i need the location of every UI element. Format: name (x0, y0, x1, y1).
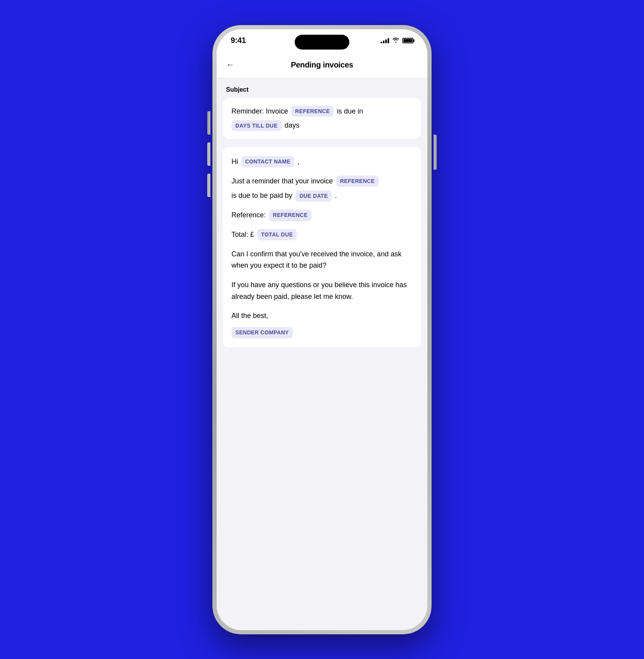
content-area: Subject Reminder: Invoice REFERENCE is d… (217, 78, 427, 630)
back-button[interactable]: ← (226, 60, 235, 70)
status-icons (381, 37, 413, 44)
subject-card: Reminder: Invoice REFERENCE is due in DA… (223, 98, 421, 139)
subject-reference-pill: REFERENCE (291, 106, 334, 117)
greeting-line: Hi CONTACT NAME , (231, 156, 413, 168)
greeting-comma: , (297, 156, 299, 168)
subject-text-middle: is due in (337, 106, 363, 117)
subject-label: Subject (217, 78, 427, 98)
reference-line: Reference: REFERENCE (231, 210, 413, 221)
total-line: Total: £ TOTAL DUE (231, 229, 413, 241)
dynamic-island (295, 35, 349, 50)
page-title: Pending invoices (291, 60, 353, 69)
body-reference-pill-2: REFERENCE (269, 210, 311, 221)
subject-text-before: Reminder: Invoice (231, 106, 288, 117)
status-time: 9:41 (231, 36, 246, 45)
battery-icon (402, 38, 413, 43)
para1-end: . (335, 190, 337, 202)
subject-text-after: days (285, 120, 299, 131)
para1-line: Just a reminder that your invoice REFERE… (231, 176, 413, 202)
body-card: Hi CONTACT NAME , Just a reminder that y… (223, 147, 421, 348)
phone-frame: 9:41 (213, 25, 431, 634)
sender-company-pill: SENDER COMPANY (231, 327, 293, 338)
sign-off: All the best, (231, 310, 413, 322)
status-bar: 9:41 (217, 29, 427, 52)
phone-screen: 9:41 (217, 29, 427, 630)
contact-name-pill: CONTACT NAME (241, 156, 294, 167)
para1-text: Just a reminder that your invoice (231, 176, 333, 187)
subject-days-pill: DAYS TILL DUE (231, 120, 281, 131)
para1-cont: is due to be paid by (231, 190, 292, 202)
total-label: Total: £ (231, 229, 254, 241)
para3: Can I confirm that you've received the i… (231, 249, 413, 272)
nav-bar: ← Pending invoices (217, 52, 427, 78)
bottom-padding (217, 355, 427, 371)
reference-label: Reference: (231, 210, 266, 221)
body-reference-pill-1: REFERENCE (336, 176, 379, 187)
wifi-icon (392, 37, 399, 44)
total-due-pill: TOTAL DUE (257, 229, 297, 240)
signal-icon (381, 38, 389, 43)
due-date-pill: DUE DATE (295, 190, 332, 202)
sender-company-line: SENDER COMPANY (231, 327, 413, 338)
greeting-hi: Hi (231, 156, 238, 168)
para4: If you have any questions or you believe… (231, 279, 413, 302)
